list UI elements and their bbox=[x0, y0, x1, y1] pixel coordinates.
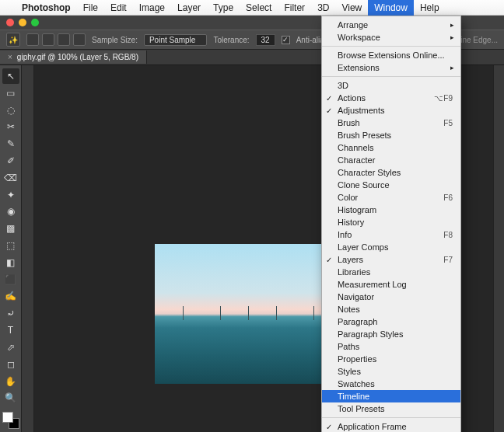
menu-filter[interactable]: Filter bbox=[278, 0, 311, 16]
menu-item-accelerator: F8 bbox=[443, 231, 453, 239]
menu-type[interactable]: Type bbox=[207, 0, 240, 16]
menu-item[interactable]: Notes bbox=[322, 303, 460, 315]
menu-app[interactable]: Photoshop bbox=[16, 0, 77, 16]
tolerance-input[interactable]: 32 bbox=[256, 34, 275, 46]
menu-item[interactable]: Paragraph Styles bbox=[322, 328, 460, 340]
menu-item[interactable]: Swatches bbox=[322, 378, 460, 390]
menu-item[interactable]: ColorF6 bbox=[322, 191, 460, 204]
menu-item-label: Workspace bbox=[338, 33, 380, 42]
selection-mode-buttons[interactable] bbox=[26, 33, 86, 46]
menu-item[interactable]: Arrange bbox=[322, 19, 460, 31]
menu-item[interactable]: Measurement Log bbox=[322, 278, 460, 291]
tolerance-label: Tolerance: bbox=[213, 36, 249, 44]
menu-item-label: Libraries bbox=[338, 267, 370, 277]
menu-item-label: History bbox=[338, 218, 364, 227]
menu-item-label: Character Styles bbox=[338, 168, 401, 177]
menu-view[interactable]: View bbox=[335, 0, 368, 16]
tool-button[interactable]: ◻ bbox=[2, 357, 19, 372]
menu-3d[interactable]: 3D bbox=[311, 0, 335, 16]
panel-dock[interactable] bbox=[493, 65, 504, 432]
menu-item-label: Brush bbox=[338, 118, 360, 127]
menu-select[interactable]: Select bbox=[240, 0, 278, 16]
menu-file[interactable]: File bbox=[77, 0, 104, 16]
menu-item[interactable]: Paragraph bbox=[322, 315, 460, 328]
close-tab-icon[interactable]: × bbox=[8, 53, 12, 61]
tool-button[interactable]: ▭ bbox=[2, 85, 19, 101]
check-icon: ✓ bbox=[326, 423, 332, 431]
menu-item[interactable]: Properties bbox=[322, 353, 460, 365]
color-swatch[interactable] bbox=[2, 412, 19, 429]
minimize-window-icon[interactable] bbox=[19, 19, 26, 26]
menu-item-label: Adjustments bbox=[338, 106, 385, 115]
tool-panel: ↖▭◌✂✎✐⌫✦◉▩⬚◧⬛✍⤾T⬀◻✋🔍 bbox=[0, 65, 22, 432]
menu-help[interactable]: Help bbox=[414, 0, 446, 16]
menu-item-label: Paragraph Styles bbox=[338, 329, 403, 339]
tool-button[interactable]: ◉ bbox=[2, 204, 19, 220]
zoom-window-icon[interactable] bbox=[31, 19, 39, 26]
menu-item[interactable]: ✓LayersF7 bbox=[322, 253, 460, 266]
tool-button[interactable]: ⬚ bbox=[2, 238, 19, 253]
menu-item[interactable]: Channels bbox=[322, 141, 460, 154]
menu-item-label: Tool Presets bbox=[338, 404, 385, 413]
menu-item-label: Actions bbox=[338, 93, 366, 103]
tool-button[interactable]: T bbox=[2, 322, 19, 338]
menu-item[interactable]: ✓Adjustments bbox=[322, 104, 460, 117]
document-tab[interactable]: × giphy.gif @ 100% (Layer 5, RGB/8) bbox=[0, 51, 147, 64]
menu-item[interactable]: Tool Presets bbox=[322, 402, 460, 415]
tool-button[interactable]: ⬀ bbox=[2, 340, 19, 355]
sample-size-dropdown[interactable]: Point Sample bbox=[144, 34, 207, 46]
antialias-checkbox[interactable] bbox=[282, 36, 290, 44]
menu-window[interactable]: Window bbox=[368, 0, 414, 16]
tool-button[interactable]: ✂ bbox=[2, 119, 19, 134]
tool-button[interactable]: ✋ bbox=[2, 374, 19, 389]
menu-item[interactable]: Layer Comps bbox=[322, 241, 460, 253]
menu-item-label: Measurement Log bbox=[338, 280, 407, 289]
tool-button[interactable]: ✎ bbox=[2, 136, 19, 152]
tool-button[interactable]: ⌫ bbox=[2, 170, 19, 186]
menu-edit[interactable]: Edit bbox=[104, 0, 133, 16]
menu-item[interactable]: History bbox=[322, 216, 460, 228]
menu-item-label: Navigator bbox=[338, 292, 374, 301]
menu-item[interactable]: Clone Source bbox=[322, 179, 460, 191]
menu-item[interactable]: ✓Application Frame bbox=[322, 420, 460, 432]
tool-button[interactable]: ✐ bbox=[2, 153, 19, 169]
tool-button[interactable]: ✍ bbox=[2, 289, 19, 305]
document-tab-title: giphy.gif @ 100% (Layer 5, RGB/8) bbox=[17, 53, 138, 61]
menu-item-label: Extensions bbox=[338, 63, 380, 72]
close-window-icon[interactable] bbox=[6, 19, 14, 26]
menu-item[interactable]: InfoF8 bbox=[322, 228, 460, 241]
menu-item[interactable]: Extensions bbox=[322, 61, 460, 74]
menu-item-accelerator: F7 bbox=[443, 256, 453, 264]
tool-button[interactable]: ↖ bbox=[2, 68, 19, 84]
menu-item[interactable]: Character Styles bbox=[322, 166, 460, 179]
menu-item[interactable]: Libraries bbox=[322, 266, 460, 278]
tool-button[interactable]: ⬛ bbox=[2, 272, 19, 287]
menu-item[interactable]: Brush Presets bbox=[322, 129, 460, 141]
current-tool-icon[interactable]: ✨ bbox=[6, 33, 20, 47]
menu-item[interactable]: 3D bbox=[322, 79, 460, 92]
tool-button[interactable]: ◧ bbox=[2, 255, 19, 270]
tool-button[interactable]: ◌ bbox=[2, 103, 19, 118]
tool-button[interactable]: ⤾ bbox=[2, 305, 19, 321]
menu-item[interactable]: BrushF5 bbox=[322, 117, 460, 129]
menu-layer[interactable]: Layer bbox=[171, 0, 207, 16]
menu-item[interactable]: Styles bbox=[322, 365, 460, 378]
menu-item-label: Swatches bbox=[338, 379, 375, 388]
sample-size-label: Sample Size: bbox=[92, 36, 138, 44]
check-icon: ✓ bbox=[326, 94, 332, 103]
tool-button[interactable]: ✦ bbox=[2, 187, 19, 203]
menu-item-accelerator: ⌥F9 bbox=[434, 94, 453, 103]
menu-item[interactable]: Character bbox=[322, 154, 460, 166]
menu-item[interactable]: Paths bbox=[322, 340, 460, 353]
tool-button[interactable]: ▩ bbox=[2, 221, 19, 236]
tool-button[interactable]: 🔍 bbox=[2, 390, 19, 406]
menu-item[interactable]: Timeline bbox=[322, 390, 460, 402]
menu-item[interactable]: Histogram bbox=[322, 204, 460, 216]
menu-item-label: Paragraph bbox=[338, 317, 377, 326]
menu-item[interactable]: Navigator bbox=[322, 291, 460, 303]
menu-item[interactable]: ✓Actions⌥F9 bbox=[322, 92, 460, 104]
menu-item-label: Styles bbox=[338, 367, 361, 376]
menu-item[interactable]: Browse Extensions Online... bbox=[322, 49, 460, 61]
menu-image[interactable]: Image bbox=[133, 0, 171, 16]
menu-item[interactable]: Workspace bbox=[322, 31, 460, 44]
